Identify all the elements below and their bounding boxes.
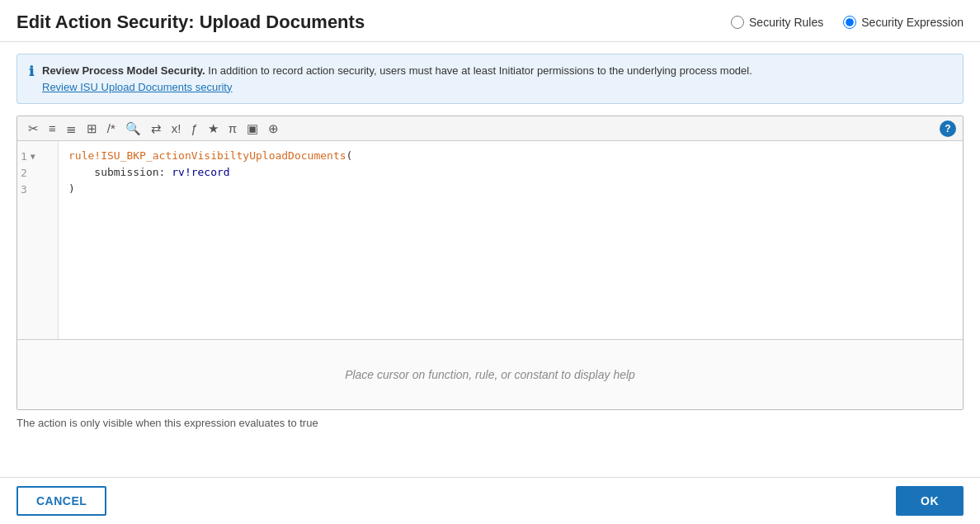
code-rv-record: rv!record <box>172 166 229 178</box>
toolbar-grid-btn[interactable]: ⊞ <box>82 120 101 137</box>
security-expression-option[interactable]: Security Expression <box>843 16 964 29</box>
code-line-3: ) <box>68 181 953 197</box>
info-icon: ℹ <box>29 64 34 79</box>
toolbar-function-btn[interactable]: ƒ <box>186 120 201 137</box>
security-expression-radio[interactable] <box>843 16 856 29</box>
line-number-1: 1 ▼ <box>17 148 58 164</box>
header: Edit Action Security: Upload Documents S… <box>0 0 980 42</box>
security-rules-label: Security Rules <box>749 16 823 29</box>
editor-toolbar: ✂ ≡ ≣ ⊞ /* 🔍 ⇄ x! ƒ ★ π ▣ ⊕ ? <box>17 116 963 141</box>
editor-container: ✂ ≡ ≣ ⊞ /* 🔍 ⇄ x! ƒ ★ π ▣ ⊕ ? 1 ▼ 2 3 <box>16 116 964 410</box>
line-number-3: 3 <box>17 181 58 197</box>
toolbar-search-btn[interactable]: 🔍 <box>121 120 145 137</box>
code-content[interactable]: rule!ISU_BKP_actionVisibiltyUploadDocume… <box>59 141 963 339</box>
info-text: Review Process Model Security. In additi… <box>42 63 752 95</box>
code-rule-name: rule!ISU_BKP_actionVisibiltyUploadDocume… <box>68 149 346 162</box>
toolbar-comment-btn[interactable]: /* <box>103 120 120 137</box>
toolbar-indent-increase-btn[interactable]: ≣ <box>62 120 81 137</box>
info-bold-text: Review Process Model Security. <box>42 64 205 77</box>
help-placeholder-text: Place cursor on function, rule, or const… <box>345 368 635 381</box>
info-link[interactable]: Review ISU Upload Documents security <box>42 81 232 93</box>
footer: CANCEL OK <box>0 477 980 524</box>
line-numbers: 1 ▼ 2 3 <box>17 141 59 339</box>
toolbar-help-btn[interactable]: ? <box>940 120 956 137</box>
security-expression-label: Security Expression <box>861 16 964 29</box>
toolbar-star-btn[interactable]: ★ <box>204 120 223 137</box>
security-rules-radio[interactable] <box>731 16 744 29</box>
code-line-2: submission: rv!record <box>68 164 953 181</box>
toolbar-globe-btn[interactable]: ⊕ <box>264 120 283 137</box>
toolbar-indent-decrease-btn[interactable]: ≡ <box>45 120 60 137</box>
toolbar-box-btn[interactable]: ▣ <box>243 120 262 137</box>
fold-indicator-1[interactable]: ▼ <box>31 152 35 161</box>
security-rules-option[interactable]: Security Rules <box>731 16 823 29</box>
code-line-1: rule!ISU_BKP_actionVisibiltyUploadDocume… <box>68 148 953 164</box>
info-banner: ℹ Review Process Model Security. In addi… <box>16 54 964 104</box>
help-panel: Place cursor on function, rule, or const… <box>17 339 963 409</box>
line-number-2: 2 <box>17 164 58 181</box>
toolbar-cut-btn[interactable]: ✂ <box>24 120 43 137</box>
toolbar-factorial-btn[interactable]: x! <box>167 120 186 137</box>
page-title: Edit Action Security: Upload Documents <box>16 12 365 33</box>
ok-button[interactable]: OK <box>896 486 964 516</box>
cancel-button[interactable]: CANCEL <box>16 486 106 516</box>
toolbar-swap-btn[interactable]: ⇄ <box>147 120 166 137</box>
toolbar-pi-btn[interactable]: π <box>224 120 241 137</box>
security-options: Security Rules Security Expression <box>731 16 964 29</box>
code-editor-area[interactable]: 1 ▼ 2 3 rule!ISU_BKP_actionVisibiltyUplo… <box>17 141 963 339</box>
expression-hint: The action is only visible when this exp… <box>0 410 980 436</box>
info-body-text: In addition to record action security, u… <box>208 64 751 77</box>
